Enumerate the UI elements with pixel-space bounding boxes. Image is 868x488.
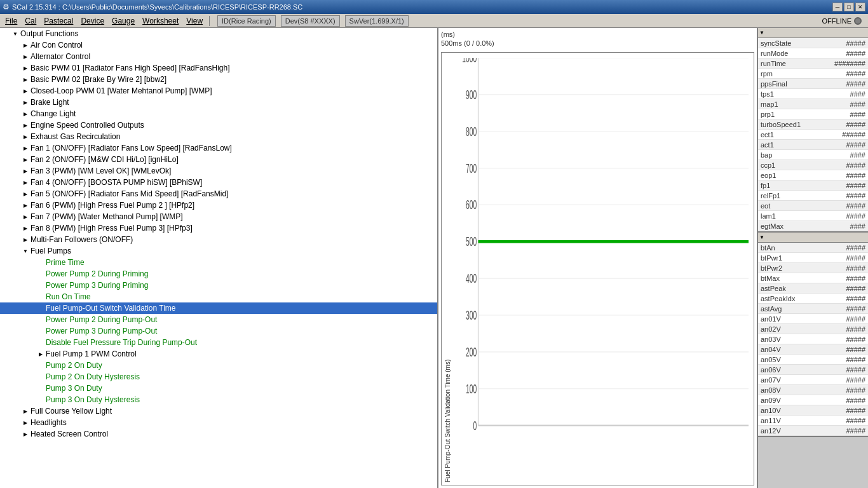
- right-row: relFp1#####: [758, 191, 868, 201]
- maximize-button[interactable]: □: [844, 3, 854, 11]
- tree-item-pump2-pumpout[interactable]: Power Pump 2 During Pump-Out: [0, 314, 437, 325]
- right-key: bap: [758, 151, 824, 159]
- right-key: map1: [758, 100, 824, 108]
- right-value: #####: [824, 417, 868, 424]
- menu-device[interactable]: Device: [77, 15, 108, 27]
- right-value: #####: [824, 254, 868, 262]
- tree-panel[interactable]: ▼ Output Functions ▶ Air Con Control ▶ A…: [0, 28, 438, 488]
- right-key: ect1: [758, 131, 824, 139]
- tree-item-headlights[interactable]: ▶ Headlights: [0, 417, 437, 428]
- title-bar-text: SCal 2.15.314 : C:\Users\Public\Document…: [12, 3, 832, 11]
- arrow-icon: ▶: [20, 223, 31, 233]
- tree-item-brakelight[interactable]: ▶ Brake Light: [0, 97, 437, 108]
- menu-id: ID(Rice Racing): [217, 15, 276, 27]
- menu-separator-1: [209, 16, 210, 26]
- tree-label: Engine Speed Controlled Outputs: [31, 121, 144, 130]
- collapse-icon-2[interactable]: ▼: [759, 234, 764, 240]
- right-panel: ▼ syncState##### runMode##### runTime###…: [757, 28, 868, 488]
- tree-item-fan5[interactable]: ▶ Fan 5 (ON/OFF) [Radiator Fans Mid Spee…: [0, 188, 437, 200]
- tree-item-pump3-hyst[interactable]: Pump 3 On Duty Hysteresis: [0, 394, 437, 405]
- tree-item-fan4[interactable]: ▶ Fan 4 (ON/OFF) [BOOSTA PUMP hiSW] [BPh…: [0, 177, 437, 188]
- menu-cal[interactable]: Cal: [21, 15, 40, 27]
- right-value: #####: [824, 407, 868, 414]
- menu-gauge[interactable]: Gauge: [108, 15, 139, 27]
- tree-item-fan2[interactable]: ▶ Fan 2 (ON/OFF) [M&W CDI Hi/Lo] [ignHiL…: [0, 154, 437, 165]
- tree-item-changelight[interactable]: ▶ Change Light: [0, 108, 437, 119]
- tree-item-pump3-priming[interactable]: Power Pump 3 During Priming: [0, 280, 437, 291]
- arrow-icon: ▶: [36, 349, 46, 359]
- arrow-icon: ▼: [20, 246, 31, 256]
- chart-container: Fuel Pump-Out Switch Validation Time (ms…: [441, 52, 754, 485]
- tree-label: Power Pump 3 During Pump-Out: [46, 327, 157, 336]
- tree-label: Pump 2 On Duty: [46, 361, 102, 370]
- tree-item-pump2-hyst[interactable]: Pump 2 On Duty Hysteresis: [0, 371, 437, 383]
- right-row: egtMax####: [758, 221, 868, 231]
- tree-item-fp1-pwm[interactable]: ▶ Fuel Pump 1 PWM Control: [0, 348, 437, 360]
- arrow-icon: ▶: [20, 120, 31, 130]
- tree-label: Fan 7 (PWM) [Water Methanol Pump] [WMP]: [31, 212, 183, 221]
- tree-label: Fan 4 (ON/OFF) [BOOSTA PUMP hiSW] [BPhiS…: [31, 178, 202, 187]
- menu-pastecal[interactable]: Pastecal: [40, 15, 77, 27]
- tree-item-fcy[interactable]: ▶ Full Course Yellow Light: [0, 405, 437, 417]
- right-key: fp1: [758, 182, 824, 189]
- right-row: tps1####: [758, 89, 868, 99]
- right-value: #####: [824, 315, 868, 323]
- tree-item-pump3-pumpout[interactable]: Power Pump 3 During Pump-Out: [0, 325, 437, 337]
- tree-item-heated-screen[interactable]: ▶ Heated Screen Control: [0, 428, 437, 440]
- tree-item-basicpwm02[interactable]: ▶ Basic PWM 02 [Brake By Wire 2] [bbw2]: [0, 74, 437, 85]
- tree-item-prime-time[interactable]: Prime Time: [0, 257, 437, 268]
- arrow-spacer: [36, 280, 46, 290]
- tree-item-closedloop[interactable]: ▶ Closed-Loop PWM 01 [Water Mehtanol Pum…: [0, 85, 437, 97]
- menu-view[interactable]: View: [182, 15, 207, 27]
- right-key: btPwr2: [758, 264, 824, 272]
- arrow-icon: ▶: [20, 200, 31, 210]
- tree-item-egr[interactable]: ▶ Exhaust Gas Recirculation: [0, 131, 437, 142]
- arrow-icon: ▶: [20, 177, 31, 187]
- tree-item-fan1[interactable]: ▶ Fan 1 (ON/OFF) [Radiator Fans Low Spee…: [0, 142, 437, 154]
- tree-item-fan7[interactable]: ▶ Fan 7 (PWM) [Water Methanol Pump] [WMP…: [0, 211, 437, 222]
- menu-file[interactable]: File: [1, 15, 21, 27]
- tree-item-fan3[interactable]: ▶ Fan 3 (PWM) [WM Level OK] [WMLevOk]: [0, 165, 437, 177]
- tree-label: Pump 2 On Duty Hysteresis: [46, 372, 140, 381]
- tree-item-aircon[interactable]: ▶ Air Con Control: [0, 39, 437, 51]
- arrow-spacer: [36, 269, 46, 279]
- menu-worksheet[interactable]: Worksheet: [139, 15, 182, 27]
- right-value: #####: [824, 212, 868, 220]
- title-bar-controls: ─ □ ✕: [832, 3, 865, 11]
- tree-item-pump3-duty[interactable]: Pump 3 On Duty: [0, 383, 437, 394]
- right-key: eop1: [758, 172, 824, 179]
- tree-item-pump2-priming[interactable]: Power Pump 2 During Priming: [0, 268, 437, 280]
- tree-item-pump-out-switch[interactable]: Fuel Pump-Out Switch Validation Time: [0, 302, 437, 314]
- tree-item-basicpwm01[interactable]: ▶ Basic PWM 01 [Radiator Fans High Speed…: [0, 62, 437, 74]
- tree-label: Heated Screen Control: [31, 430, 108, 438]
- chart-ms-label: (ms): [441, 30, 754, 38]
- arrow-icon: ▶: [20, 417, 31, 428]
- tree-item-disable-fp[interactable]: Disable Fuel Pressure Trip During Pump-O…: [0, 337, 437, 348]
- right-value: ####: [824, 111, 868, 118]
- tree-label: Basic PWM 02 [Brake By Wire 2] [bbw2]: [31, 75, 166, 84]
- tree-item-pump2-duty[interactable]: Pump 2 On Duty: [0, 360, 437, 371]
- right-key: tps1: [758, 90, 824, 98]
- tree-item-fan8[interactable]: ▶ Fan 8 (PWM) [High Press Fuel Pump 3] […: [0, 222, 437, 234]
- right-value: ####: [824, 90, 868, 98]
- tree-item-output-functions[interactable]: ▼ Output Functions: [0, 28, 437, 39]
- right-key: prp1: [758, 111, 824, 118]
- tree-item-fuel-pumps[interactable]: ▼ Fuel Pumps: [0, 245, 437, 257]
- tree-item-run-on[interactable]: Run On Time: [0, 291, 437, 302]
- tree-label: Disable Fuel Pressure Trip During Pump-O…: [46, 338, 197, 347]
- tree-label: Power Pump 3 During Priming: [46, 281, 148, 290]
- app-icon: ⚙: [3, 3, 10, 11]
- right-row: an05V#####: [758, 355, 868, 365]
- menu-info: ID(Rice Racing) Dev(S8 #XXXX) SwVer(1.69…: [217, 15, 409, 27]
- right-value: #####: [824, 386, 868, 394]
- minimize-button[interactable]: ─: [832, 3, 843, 11]
- arrow-spacer: [36, 360, 46, 370]
- collapse-icon-1[interactable]: ▼: [759, 30, 764, 36]
- tree-item-enginespeed[interactable]: ▶ Engine Speed Controlled Outputs: [0, 119, 437, 131]
- tree-label: Fan 8 (PWM) [High Press Fuel Pump 3] [HP…: [31, 224, 193, 233]
- close-button[interactable]: ✕: [855, 3, 865, 11]
- tree-item-multifan[interactable]: ▶ Multi-Fan Followers (ON/OFF): [0, 234, 437, 245]
- tree-item-alternator[interactable]: ▶ Alternator Control: [0, 51, 437, 62]
- tree-item-fan6[interactable]: ▶ Fan 6 (PWM) [High Press Fuel Pump 2 ] …: [0, 200, 437, 211]
- arrow-icon: ▶: [20, 51, 31, 62]
